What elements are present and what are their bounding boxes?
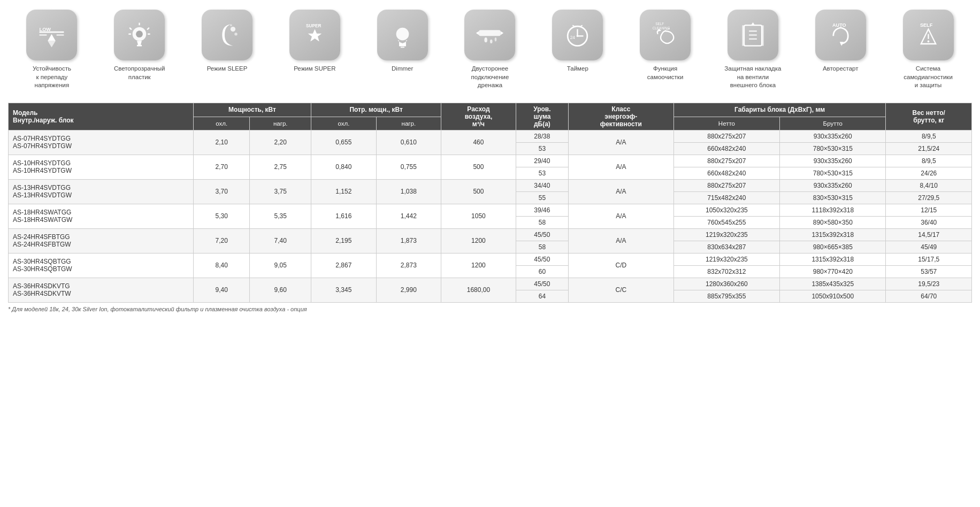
th-netto: Нетто [673, 117, 779, 130]
svg-marker-3 [48, 41, 56, 48]
icon-label-low-voltage: Устойчивостьк перепадунапряжения [33, 65, 71, 90]
icon-box-timer: 24 [552, 10, 603, 60]
icon-label-auto-restart: Авторестарт [823, 65, 859, 73]
cell-power-heat: 2,75 [250, 155, 311, 179]
cell-airflow: 460 [441, 130, 516, 155]
cell-power-heat: 9,60 [250, 278, 311, 302]
table-row: AS-07HR4SYDTGGAS-07HR4SYDTGW 2,10 2,20 0… [9, 130, 972, 142]
icon-box-protective-cover [728, 10, 778, 60]
cell-dim-netto-outer: 660x482x240 [673, 167, 779, 179]
svg-text:LOW: LOW [40, 27, 51, 32]
cell-dim-brutto-inner: 930x335x260 [780, 155, 886, 167]
cell-dim-netto-outer: 885x795x355 [673, 290, 779, 302]
svg-text:SELF: SELF [655, 22, 664, 26]
svg-marker-25 [501, 31, 504, 35]
cell-consumed-heat: 1,442 [376, 204, 441, 228]
th-model: МодельВнутр./наруж. блок [9, 103, 194, 130]
cell-noise-inner: 29/40 [516, 155, 568, 167]
cell-weight-inner: 8/9,5 [886, 130, 972, 142]
cell-dim-brutto-outer: 830×530×315 [780, 191, 886, 204]
cell-noise-inner: 45/50 [516, 253, 568, 265]
cell-airflow: 500 [441, 155, 516, 179]
icon-item-self-diagnostics: SELF Системасамодиагностикии защиты [893, 10, 963, 90]
th-dimensions: Габариты блока (ДхВхГ), мм [673, 103, 886, 117]
cell-dim-brutto-inner: 1315x392x318 [780, 228, 886, 241]
cell-energy-class: A/A [568, 204, 673, 228]
svg-rect-40 [742, 25, 744, 46]
icon-label-sleep-mode: Режим SLEEP [207, 65, 248, 73]
cell-power-cool: 5,30 [193, 204, 249, 228]
cell-noise-inner: 45/50 [516, 278, 568, 290]
cell-power-heat: 7,40 [250, 228, 311, 253]
specs-table: МодельВнутр./наруж. блок Мощность, кВт П… [8, 103, 972, 303]
table-row: AS-36HR4SDKVTGAS-36HR4SDKVTW 9,40 9,60 3… [9, 278, 972, 290]
table-row: AS-13HR4SVDTGGAS-13HR4SVDTGW 3,70 3,75 1… [9, 179, 972, 191]
cell-noise-inner: 39/46 [516, 204, 568, 216]
cell-dim-netto-inner: 1050x320x235 [673, 204, 779, 216]
svg-point-16 [234, 33, 238, 36]
cell-dim-netto-outer: 660x482x240 [673, 142, 779, 155]
icon-box-self-cleaning: SELF CLEANING [640, 10, 691, 60]
features-icons-row: LOW Устойчивостьк перепадунапряжения [8, 5, 972, 94]
cell-consumed-cool: 2,867 [311, 253, 376, 278]
cell-power-cool: 8,40 [193, 253, 249, 278]
cell-consumed-heat: 1,873 [376, 228, 441, 253]
cell-consumed-cool: 0,655 [311, 130, 376, 155]
cell-consumed-heat: 2,873 [376, 253, 441, 278]
icon-label-self-cleaning: Функциясамоочистки [647, 65, 683, 81]
footnote: * Для моделей 18к, 24, 30к Silver Ion, ф… [8, 306, 972, 312]
cell-dim-brutto-outer: 780×530×315 [780, 142, 886, 155]
cell-weight-outer: 64/70 [886, 290, 972, 302]
svg-marker-45 [751, 22, 755, 26]
svg-point-26 [485, 37, 488, 42]
icon-item-double-drain: Двусторонееподключениедренажа [455, 10, 525, 90]
cell-power-cool: 3,70 [193, 179, 249, 204]
icon-box-self-diagnostics: SELF [903, 10, 954, 60]
svg-point-51 [927, 41, 929, 43]
th-airflow: Расходвоздуха,м³/ч [441, 103, 516, 130]
icon-box-double-drain [464, 10, 515, 60]
svg-line-9 [129, 28, 132, 30]
cell-dim-netto-inner: 1219x320x235 [673, 253, 779, 265]
cell-model-inner: AS-18HR4SWATGGAS-18HR4SWATGW [9, 204, 194, 228]
svg-marker-24 [476, 31, 479, 35]
cell-airflow: 1200 [441, 253, 516, 278]
svg-text:AUTO: AUTO [832, 22, 846, 28]
icon-box-auto-restart: AUTO [815, 10, 866, 60]
cell-power-heat: 5,35 [250, 204, 311, 228]
cell-dim-brutto-outer: 980×665×385 [780, 241, 886, 253]
svg-rect-21 [399, 45, 406, 47]
svg-rect-41 [762, 25, 764, 46]
cell-dim-brutto-outer: 780×530×315 [780, 167, 886, 179]
table-row: AS-30HR4SQBTGGAS-30HR4SQBTGW 8,40 9,05 2… [9, 253, 972, 265]
cell-dim-netto-inner: 1219x320x235 [673, 228, 779, 241]
cell-weight-outer: 45/49 [886, 241, 972, 253]
svg-point-14 [136, 30, 143, 37]
cell-airflow: 500 [441, 179, 516, 204]
cell-consumed-heat: 1,038 [376, 179, 441, 204]
cell-airflow: 1050 [441, 204, 516, 228]
svg-marker-19 [308, 29, 322, 42]
cell-power-cool: 2,70 [193, 155, 249, 179]
icon-label-transparent-plastic: Светопрозрачныйпластик [114, 65, 165, 81]
cell-noise-outer: 53 [516, 167, 568, 179]
cell-weight-inner: 19,5/23 [886, 278, 972, 290]
cell-consumed-cool: 0,840 [311, 155, 376, 179]
icon-label-super-mode: Режим SUPER [294, 65, 335, 73]
cell-power-heat: 3,75 [250, 179, 311, 204]
icon-label-timer: Таймер [567, 65, 588, 73]
icon-item-super-mode: SUPER Режим SUPER [280, 10, 349, 73]
icon-box-dimmer [377, 10, 428, 60]
cell-weight-outer: 24/26 [886, 167, 972, 179]
cell-airflow: 1680,00 [441, 278, 516, 302]
icon-item-timer: 24 Таймер [543, 10, 612, 73]
table-row: AS-24HR4SFBTGGAS-24HR4SFBTGW 7,20 7,40 2… [9, 228, 972, 241]
icon-box-super-mode: SUPER [289, 10, 340, 60]
cell-dim-netto-outer: 715x482x240 [673, 191, 779, 204]
cell-energy-class: A/A [568, 228, 673, 253]
th-cool: охл. [193, 117, 249, 130]
page: LOW Устойчивостьк перепадунапряжения [0, 0, 980, 507]
icon-box-low-voltage: LOW [26, 10, 77, 60]
svg-marker-2 [48, 34, 56, 41]
cell-noise-outer: 58 [516, 241, 568, 253]
